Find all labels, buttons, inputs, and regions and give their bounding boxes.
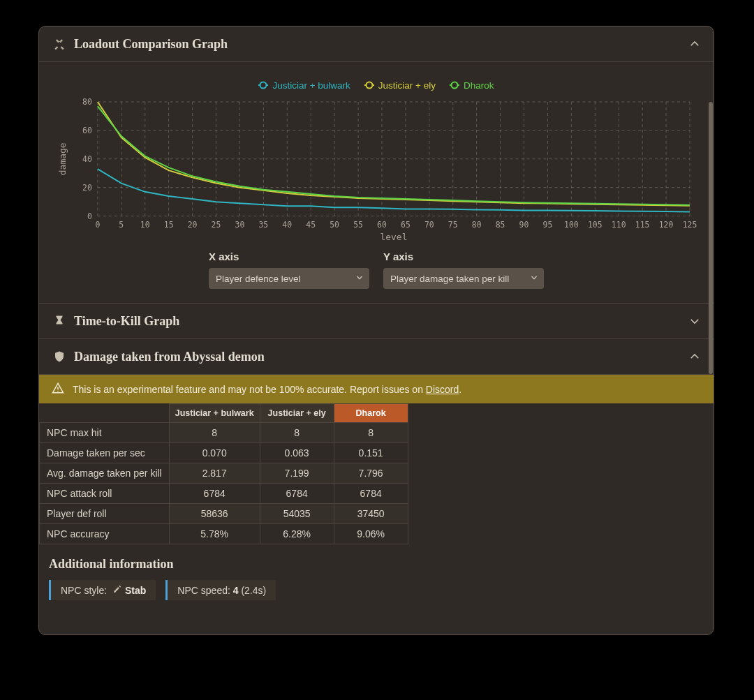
svg-text:0: 0 (87, 211, 92, 221)
chevron-down-icon (530, 274, 538, 284)
scrollbar-thumb[interactable] (709, 102, 713, 374)
svg-text:115: 115 (635, 219, 650, 229)
table-cell: 5.78% (169, 524, 260, 544)
table-cell: 6.28% (260, 524, 334, 544)
svg-text:25: 25 (212, 219, 221, 229)
app-window: Loadout Comparison Graph Justiciar + bul… (38, 26, 714, 635)
chart: Justiciar + bulwarkJusticiar + elyDharok… (56, 72, 697, 241)
npc-style-label: NPC style: (61, 585, 107, 596)
table-cell: 0.070 (169, 443, 260, 463)
table-cell: 7.199 (260, 463, 334, 484)
svg-text:45: 45 (306, 219, 316, 229)
svg-text:15: 15 (164, 219, 174, 229)
warning-text-suffix: . (459, 384, 461, 395)
svg-text:120: 120 (659, 219, 674, 229)
svg-text:90: 90 (519, 219, 529, 229)
table-cell: 0.063 (260, 443, 334, 463)
npc-speed-label: NPC speed: (177, 585, 230, 596)
npc-speed-chip: NPC speed: 4 (2.4s) (165, 580, 276, 600)
table-row: NPC attack roll678467846784 (40, 484, 408, 504)
y-axis-control: Y axis Player damage taken per kill (383, 251, 544, 289)
svg-text:65: 65 (401, 219, 411, 229)
panel-ttk: Time-to-Kill Graph (39, 304, 714, 339)
svg-text:35: 35 (258, 219, 268, 229)
warning-text: This is an experimental feature and may … (73, 384, 461, 395)
axis-controls: X axis Player defence level Y axis Playe… (56, 251, 697, 289)
table-row: Damage taken per sec0.0700.0630.151 (40, 443, 408, 463)
table-col-header: Dharok (334, 404, 408, 423)
chevron-up-icon (688, 38, 701, 50)
svg-text:30: 30 (235, 219, 245, 229)
row-label: NPC max hit (40, 423, 170, 443)
warning-icon (52, 382, 64, 396)
svg-text:level: level (380, 231, 407, 241)
table-cell: 54035 (260, 504, 334, 524)
warning-banner: This is an experimental feature and may … (39, 375, 714, 403)
svg-text:125: 125 (683, 219, 697, 229)
svg-text:80: 80 (82, 96, 92, 106)
svg-text:5: 5 (119, 219, 124, 229)
svg-text:75: 75 (448, 219, 458, 229)
table-cell: 6784 (169, 484, 260, 504)
x-axis-select[interactable]: Player defence level (209, 268, 369, 289)
npc-style-value: Stab (125, 585, 146, 596)
svg-text:85: 85 (496, 219, 505, 229)
npc-speed-seconds: (2.4s) (241, 585, 266, 596)
discord-link[interactable]: Discord (426, 384, 459, 395)
row-label: Player def roll (40, 504, 170, 524)
svg-text:55: 55 (353, 219, 363, 229)
panel-damage-title: Damage taken from Abyssal demon (74, 350, 688, 364)
legend-item[interactable]: Justiciar + bulwark (258, 80, 350, 91)
shield-icon (52, 349, 67, 364)
svg-text:110: 110 (612, 219, 626, 229)
additional-info: Additional information NPC style: Stab N… (39, 544, 714, 617)
svg-text:0: 0 (95, 219, 100, 229)
legend-item[interactable]: Dharok (450, 80, 494, 91)
table-cell: 9.06% (334, 524, 408, 544)
table-cell: 8 (169, 423, 260, 443)
panel-ttk-header[interactable]: Time-to-Kill Graph (39, 304, 714, 338)
panel-comparison-header[interactable]: Loadout Comparison Graph (39, 27, 714, 62)
svg-text:20: 20 (188, 219, 198, 229)
table-cell: 7.796 (334, 463, 408, 484)
table-cell: 6784 (334, 484, 408, 504)
chip-row: NPC style: Stab NPC speed: 4 (2.4s) (49, 580, 704, 600)
panel-damage: Damage taken from Abyssal demon This is … (39, 339, 714, 617)
table-cell: 0.151 (334, 443, 408, 463)
swords-icon (52, 36, 67, 52)
damage-table: Justiciar + bulwarkJusticiar + elyDharok… (39, 403, 408, 544)
row-label: NPC accuracy (40, 524, 170, 544)
x-axis-label: X axis (209, 251, 369, 262)
x-axis-control: X axis Player defence level (209, 251, 369, 289)
y-axis-label: Y axis (383, 251, 544, 262)
table-cell: 2.817 (169, 463, 260, 484)
table-cell: 58636 (169, 504, 260, 524)
panel-damage-header[interactable]: Damage taken from Abyssal demon (39, 339, 714, 375)
table-cell: 8 (334, 423, 408, 443)
x-axis-select-value: Player defence level (216, 274, 301, 284)
svg-text:70: 70 (424, 219, 434, 229)
panel-comparison: Loadout Comparison Graph Justiciar + bul… (39, 27, 714, 304)
svg-text:60: 60 (377, 219, 387, 229)
svg-text:40: 40 (82, 154, 92, 163)
sword-icon (112, 584, 122, 596)
svg-text:80: 80 (472, 219, 482, 229)
table-row: Player def roll586365403537450 (40, 504, 408, 524)
chevron-up-icon (688, 350, 701, 363)
y-axis-select[interactable]: Player damage taken per kill (383, 268, 544, 289)
table-cell: 8 (260, 423, 334, 443)
svg-text:10: 10 (140, 219, 150, 229)
legend-item[interactable]: Justiciar + ely (364, 80, 436, 91)
table-col-header: Justiciar + ely (260, 404, 334, 423)
table-row: NPC max hit888 (40, 423, 408, 443)
svg-text:40: 40 (282, 219, 292, 229)
table-cell: 37450 (334, 504, 408, 524)
panel-ttk-title: Time-to-Kill Graph (74, 314, 688, 329)
table-row: NPC accuracy5.78%6.28%9.06% (40, 524, 408, 544)
svg-text:95: 95 (543, 219, 553, 229)
table-cell: 6784 (260, 484, 334, 504)
svg-point-65 (57, 391, 59, 392)
svg-text:50: 50 (330, 219, 339, 229)
panel-comparison-body: Justiciar + bulwarkJusticiar + elyDharok… (39, 62, 714, 303)
chart-plot[interactable]: 0204060800510152025303540455055606570758… (56, 95, 697, 241)
